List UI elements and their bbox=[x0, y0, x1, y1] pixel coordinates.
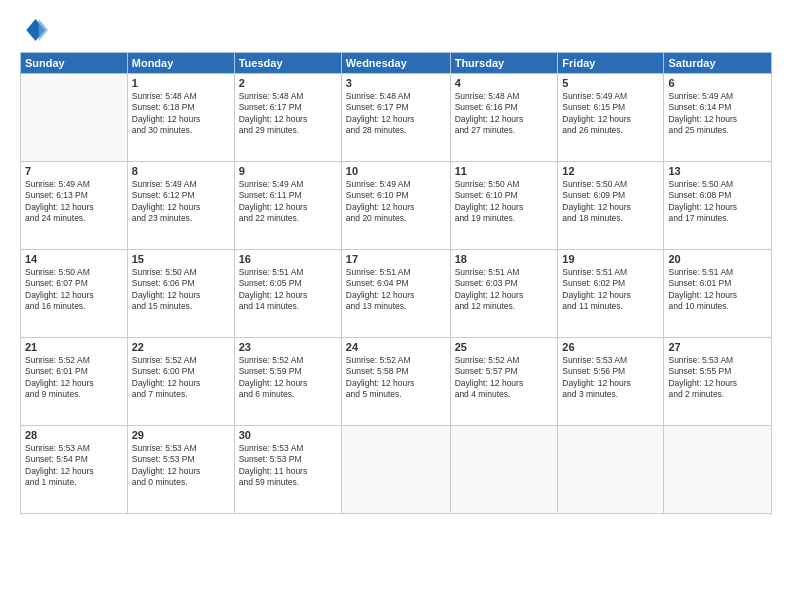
day-info: Sunrise: 5:49 AM Sunset: 6:15 PM Dayligh… bbox=[562, 91, 659, 137]
calendar-cell: 23Sunrise: 5:52 AM Sunset: 5:59 PM Dayli… bbox=[234, 338, 341, 426]
day-info: Sunrise: 5:52 AM Sunset: 6:01 PM Dayligh… bbox=[25, 355, 123, 401]
calendar-cell: 28Sunrise: 5:53 AM Sunset: 5:54 PM Dayli… bbox=[21, 426, 128, 514]
calendar-week-2: 7Sunrise: 5:49 AM Sunset: 6:13 PM Daylig… bbox=[21, 162, 772, 250]
calendar-table: SundayMondayTuesdayWednesdayThursdayFrid… bbox=[20, 52, 772, 514]
weekday-header-sunday: Sunday bbox=[21, 53, 128, 74]
day-number: 19 bbox=[562, 253, 659, 265]
header bbox=[20, 16, 772, 44]
calendar-cell: 14Sunrise: 5:50 AM Sunset: 6:07 PM Dayli… bbox=[21, 250, 128, 338]
day-number: 11 bbox=[455, 165, 554, 177]
calendar-cell: 13Sunrise: 5:50 AM Sunset: 6:08 PM Dayli… bbox=[664, 162, 772, 250]
day-number: 4 bbox=[455, 77, 554, 89]
day-info: Sunrise: 5:52 AM Sunset: 5:59 PM Dayligh… bbox=[239, 355, 337, 401]
weekday-header-wednesday: Wednesday bbox=[341, 53, 450, 74]
calendar-cell: 4Sunrise: 5:48 AM Sunset: 6:16 PM Daylig… bbox=[450, 74, 558, 162]
day-number: 7 bbox=[25, 165, 123, 177]
day-number: 8 bbox=[132, 165, 230, 177]
calendar-cell: 25Sunrise: 5:52 AM Sunset: 5:57 PM Dayli… bbox=[450, 338, 558, 426]
day-number: 17 bbox=[346, 253, 446, 265]
day-info: Sunrise: 5:49 AM Sunset: 6:11 PM Dayligh… bbox=[239, 179, 337, 225]
calendar-cell bbox=[450, 426, 558, 514]
day-info: Sunrise: 5:50 AM Sunset: 6:06 PM Dayligh… bbox=[132, 267, 230, 313]
day-info: Sunrise: 5:53 AM Sunset: 5:55 PM Dayligh… bbox=[668, 355, 767, 401]
day-info: Sunrise: 5:51 AM Sunset: 6:04 PM Dayligh… bbox=[346, 267, 446, 313]
calendar-cell: 24Sunrise: 5:52 AM Sunset: 5:58 PM Dayli… bbox=[341, 338, 450, 426]
day-number: 1 bbox=[132, 77, 230, 89]
calendar-cell: 1Sunrise: 5:48 AM Sunset: 6:18 PM Daylig… bbox=[127, 74, 234, 162]
calendar-cell: 20Sunrise: 5:51 AM Sunset: 6:01 PM Dayli… bbox=[664, 250, 772, 338]
day-info: Sunrise: 5:53 AM Sunset: 5:53 PM Dayligh… bbox=[239, 443, 337, 489]
day-info: Sunrise: 5:49 AM Sunset: 6:14 PM Dayligh… bbox=[668, 91, 767, 137]
calendar-cell bbox=[341, 426, 450, 514]
calendar-cell: 8Sunrise: 5:49 AM Sunset: 6:12 PM Daylig… bbox=[127, 162, 234, 250]
calendar-cell bbox=[21, 74, 128, 162]
day-info: Sunrise: 5:49 AM Sunset: 6:12 PM Dayligh… bbox=[132, 179, 230, 225]
calendar-cell: 17Sunrise: 5:51 AM Sunset: 6:04 PM Dayli… bbox=[341, 250, 450, 338]
day-info: Sunrise: 5:49 AM Sunset: 6:13 PM Dayligh… bbox=[25, 179, 123, 225]
calendar-cell: 7Sunrise: 5:49 AM Sunset: 6:13 PM Daylig… bbox=[21, 162, 128, 250]
weekday-header-monday: Monday bbox=[127, 53, 234, 74]
day-info: Sunrise: 5:51 AM Sunset: 6:05 PM Dayligh… bbox=[239, 267, 337, 313]
logo bbox=[20, 16, 52, 44]
day-info: Sunrise: 5:48 AM Sunset: 6:18 PM Dayligh… bbox=[132, 91, 230, 137]
day-info: Sunrise: 5:53 AM Sunset: 5:56 PM Dayligh… bbox=[562, 355, 659, 401]
calendar-cell: 5Sunrise: 5:49 AM Sunset: 6:15 PM Daylig… bbox=[558, 74, 664, 162]
day-info: Sunrise: 5:50 AM Sunset: 6:10 PM Dayligh… bbox=[455, 179, 554, 225]
calendar-cell bbox=[558, 426, 664, 514]
day-info: Sunrise: 5:53 AM Sunset: 5:53 PM Dayligh… bbox=[132, 443, 230, 489]
day-number: 23 bbox=[239, 341, 337, 353]
calendar-cell: 12Sunrise: 5:50 AM Sunset: 6:09 PM Dayli… bbox=[558, 162, 664, 250]
day-number: 18 bbox=[455, 253, 554, 265]
day-number: 2 bbox=[239, 77, 337, 89]
calendar-cell: 26Sunrise: 5:53 AM Sunset: 5:56 PM Dayli… bbox=[558, 338, 664, 426]
day-info: Sunrise: 5:48 AM Sunset: 6:16 PM Dayligh… bbox=[455, 91, 554, 137]
day-info: Sunrise: 5:52 AM Sunset: 5:58 PM Dayligh… bbox=[346, 355, 446, 401]
calendar-cell: 27Sunrise: 5:53 AM Sunset: 5:55 PM Dayli… bbox=[664, 338, 772, 426]
calendar-week-4: 21Sunrise: 5:52 AM Sunset: 6:01 PM Dayli… bbox=[21, 338, 772, 426]
day-info: Sunrise: 5:52 AM Sunset: 6:00 PM Dayligh… bbox=[132, 355, 230, 401]
calendar-cell: 15Sunrise: 5:50 AM Sunset: 6:06 PM Dayli… bbox=[127, 250, 234, 338]
calendar-cell: 16Sunrise: 5:51 AM Sunset: 6:05 PM Dayli… bbox=[234, 250, 341, 338]
calendar-cell: 19Sunrise: 5:51 AM Sunset: 6:02 PM Dayli… bbox=[558, 250, 664, 338]
day-number: 21 bbox=[25, 341, 123, 353]
day-info: Sunrise: 5:48 AM Sunset: 6:17 PM Dayligh… bbox=[346, 91, 446, 137]
calendar-cell: 29Sunrise: 5:53 AM Sunset: 5:53 PM Dayli… bbox=[127, 426, 234, 514]
calendar-cell bbox=[664, 426, 772, 514]
day-number: 22 bbox=[132, 341, 230, 353]
day-number: 30 bbox=[239, 429, 337, 441]
day-number: 24 bbox=[346, 341, 446, 353]
calendar-cell: 2Sunrise: 5:48 AM Sunset: 6:17 PM Daylig… bbox=[234, 74, 341, 162]
day-number: 16 bbox=[239, 253, 337, 265]
calendar-cell: 22Sunrise: 5:52 AM Sunset: 6:00 PM Dayli… bbox=[127, 338, 234, 426]
day-number: 13 bbox=[668, 165, 767, 177]
calendar-week-3: 14Sunrise: 5:50 AM Sunset: 6:07 PM Dayli… bbox=[21, 250, 772, 338]
calendar-cell: 18Sunrise: 5:51 AM Sunset: 6:03 PM Dayli… bbox=[450, 250, 558, 338]
day-info: Sunrise: 5:53 AM Sunset: 5:54 PM Dayligh… bbox=[25, 443, 123, 489]
weekday-header-tuesday: Tuesday bbox=[234, 53, 341, 74]
calendar-header-row: SundayMondayTuesdayWednesdayThursdayFrid… bbox=[21, 53, 772, 74]
day-number: 3 bbox=[346, 77, 446, 89]
calendar-cell: 11Sunrise: 5:50 AM Sunset: 6:10 PM Dayli… bbox=[450, 162, 558, 250]
day-number: 25 bbox=[455, 341, 554, 353]
day-number: 15 bbox=[132, 253, 230, 265]
page: SundayMondayTuesdayWednesdayThursdayFrid… bbox=[0, 0, 792, 612]
day-info: Sunrise: 5:49 AM Sunset: 6:10 PM Dayligh… bbox=[346, 179, 446, 225]
day-number: 26 bbox=[562, 341, 659, 353]
day-number: 9 bbox=[239, 165, 337, 177]
weekday-header-friday: Friday bbox=[558, 53, 664, 74]
day-number: 14 bbox=[25, 253, 123, 265]
calendar-week-5: 28Sunrise: 5:53 AM Sunset: 5:54 PM Dayli… bbox=[21, 426, 772, 514]
day-info: Sunrise: 5:50 AM Sunset: 6:08 PM Dayligh… bbox=[668, 179, 767, 225]
weekday-header-saturday: Saturday bbox=[664, 53, 772, 74]
day-number: 10 bbox=[346, 165, 446, 177]
day-info: Sunrise: 5:51 AM Sunset: 6:03 PM Dayligh… bbox=[455, 267, 554, 313]
weekday-header-thursday: Thursday bbox=[450, 53, 558, 74]
day-number: 20 bbox=[668, 253, 767, 265]
day-info: Sunrise: 5:51 AM Sunset: 6:02 PM Dayligh… bbox=[562, 267, 659, 313]
day-info: Sunrise: 5:51 AM Sunset: 6:01 PM Dayligh… bbox=[668, 267, 767, 313]
day-info: Sunrise: 5:50 AM Sunset: 6:09 PM Dayligh… bbox=[562, 179, 659, 225]
calendar-cell: 30Sunrise: 5:53 AM Sunset: 5:53 PM Dayli… bbox=[234, 426, 341, 514]
day-info: Sunrise: 5:52 AM Sunset: 5:57 PM Dayligh… bbox=[455, 355, 554, 401]
calendar-cell: 10Sunrise: 5:49 AM Sunset: 6:10 PM Dayli… bbox=[341, 162, 450, 250]
day-number: 29 bbox=[132, 429, 230, 441]
